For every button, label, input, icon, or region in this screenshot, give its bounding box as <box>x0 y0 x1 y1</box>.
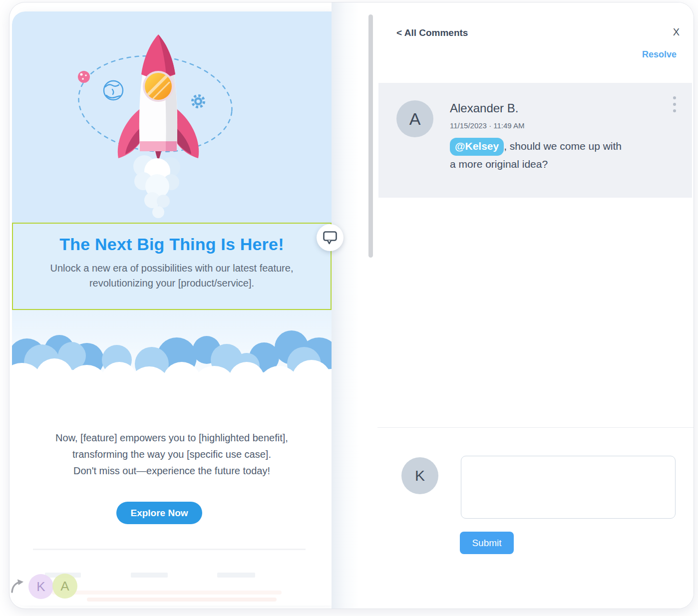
submit-button[interactable]: Submit <box>460 532 514 554</box>
scrollbar-thumb[interactable] <box>368 14 373 258</box>
resolve-link[interactable]: Resolve <box>642 49 677 60</box>
comment-bubble-button[interactable] <box>317 224 344 251</box>
clouds-image-block[interactable] <box>12 310 332 400</box>
redo-arrow-icon <box>10 578 25 594</box>
pink-planet-icon <box>78 71 90 83</box>
explore-now-button[interactable]: Explore Now <box>116 502 202 524</box>
footer-placeholder-line <box>87 598 277 602</box>
close-icon[interactable]: X <box>673 26 680 38</box>
comment-timestamp: 11/15/2023 · 11:49 AM <box>450 121 525 130</box>
collaborator-avatar-k: K <box>28 574 53 599</box>
app-window: The Next Big Thing Is Here! Unlock a new… <box>9 2 694 609</box>
kebab-menu-icon[interactable] <box>670 96 679 116</box>
footer-divider <box>33 549 306 550</box>
hero-text-block-selected[interactable]: The Next Big Thing Is Here! Unlock a new… <box>12 223 332 310</box>
gear-icon <box>193 96 204 107</box>
footer-placeholder-line <box>52 591 282 595</box>
email-canvas: The Next Big Thing Is Here! Unlock a new… <box>12 11 332 606</box>
mention-chip[interactable]: @Kelsey <box>450 138 504 156</box>
comment-card: A Alexander B. 11/15/2023 · 11:49 AM @Ke… <box>378 83 692 198</box>
footer-placeholder-bar <box>217 573 255 578</box>
comment-author-name: Alexander B. <box>450 101 518 115</box>
comment-text: @Kelsey, should we come up with a more o… <box>450 138 660 173</box>
hero-title: The Next Big Thing Is Here! <box>13 235 331 254</box>
reply-textarea[interactable] <box>461 456 676 519</box>
rocket-illustration <box>64 25 274 221</box>
reply-user-avatar: K <box>401 457 438 494</box>
comments-panel: < All Comments X Resolve A Alexander B. … <box>377 2 694 609</box>
rocket <box>118 34 199 161</box>
rocket-image-block[interactable] <box>12 11 332 223</box>
comment-bubble-icon <box>323 231 337 245</box>
hero-subtitle: Unlock a new era of possibilities with o… <box>13 261 331 291</box>
panel-divider <box>377 427 694 428</box>
rocket-smoke <box>133 155 180 218</box>
all-comments-back-link[interactable]: < All Comments <box>396 27 468 38</box>
earth-icon <box>104 81 123 100</box>
footer-placeholder-bar <box>131 573 168 578</box>
collaborator-avatar-a: A <box>52 574 77 599</box>
body-text-block[interactable]: Now, [feature] empowers you to [highligh… <box>12 430 332 479</box>
comment-author-avatar: A <box>396 100 433 137</box>
